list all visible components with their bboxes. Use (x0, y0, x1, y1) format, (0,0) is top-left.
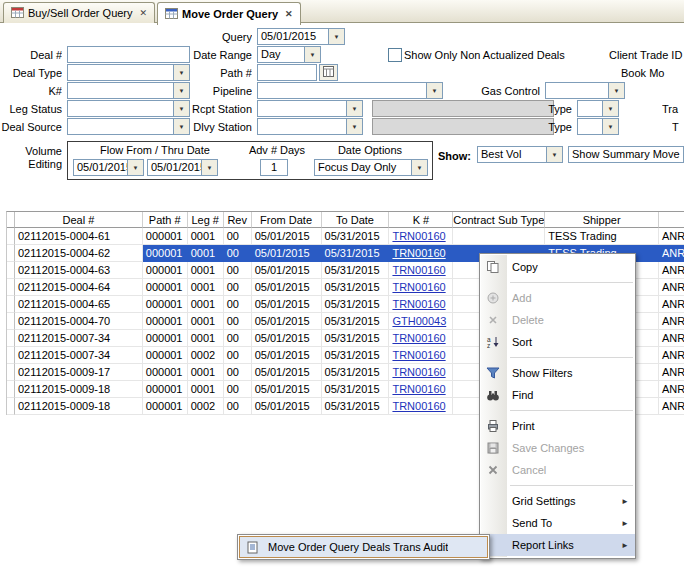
show-select[interactable]: Best Vol ▼ (477, 146, 563, 163)
cell-deal: 02112015-0007-34 (15, 330, 143, 347)
show-summary-move-button[interactable]: Show Summary Move (568, 146, 684, 163)
rcpt-station-select[interactable]: ▼ (257, 100, 363, 117)
menu-item-grid-settings[interactable]: Grid Settings ► (480, 490, 635, 512)
column-header-rev[interactable]: Rev (224, 212, 252, 228)
menu-item-show-filters[interactable]: Show Filters (480, 362, 635, 384)
submenu-item-trans-audit[interactable]: Move Order Query Deals Trans Audit (239, 536, 488, 558)
k-number-link[interactable]: TRN00160 (389, 262, 453, 279)
tab-label: Buy/Sell Order Query (28, 7, 133, 19)
book-month-label: Book Mo (621, 66, 684, 80)
menu-separator (510, 410, 633, 411)
menu-item-save-changes: Save Changes (480, 437, 635, 459)
k-number-link[interactable]: TRN00160 (389, 228, 453, 245)
row-selector-gutter (7, 212, 15, 228)
adv-days-input[interactable]: 1 (260, 159, 288, 176)
tab-label: Move Order Query (182, 8, 278, 20)
k-number-link[interactable]: TRN00160 (389, 330, 453, 347)
cell-rev: 00 (224, 245, 252, 262)
tab-buy-sell-order-query[interactable]: Buy/Sell Order Query ✕ (3, 2, 155, 23)
dlvy-type-select[interactable]: ▼ (577, 118, 619, 135)
svg-text:z: z (487, 342, 490, 349)
cell-leg: 0001 (188, 381, 224, 398)
column-header-clipped[interactable] (659, 212, 684, 228)
menu-item-sort[interactable]: az Sort (480, 331, 635, 353)
cell-shipper: TESS Trading (545, 228, 659, 245)
row-selector-gutter (7, 398, 15, 415)
column-header-shipper[interactable]: Shipper (545, 212, 659, 228)
k-number-link[interactable]: TRN00160 (389, 296, 453, 313)
cell-deal: 02112015-0004-63 (15, 262, 143, 279)
t-label: T (672, 120, 684, 134)
k-number-link[interactable]: TRN00160 (389, 245, 453, 262)
chevron-down-icon: ▼ (608, 83, 624, 98)
rcpt-station-name-field (372, 100, 554, 117)
move-order-query-window: Buy/Sell Order Query ✕ Move Order Query … (0, 0, 684, 567)
cell-clipped: ANR (659, 313, 684, 330)
row-selector-gutter (7, 245, 15, 262)
column-header-to-date[interactable]: To Date (322, 212, 390, 228)
cell-path: 000001 (143, 296, 188, 313)
dlvy-station-name-field (372, 118, 554, 135)
column-header-deal[interactable]: Deal # (15, 212, 143, 228)
close-icon[interactable]: ✕ (140, 8, 148, 18)
cell-path: 000001 (143, 347, 188, 364)
k-number-link[interactable]: GTH00043 (389, 313, 453, 330)
k-number-link[interactable]: TRN00160 (389, 347, 453, 364)
cell-from-date: 05/01/2015 (252, 262, 322, 279)
cell-clipped: ANR (659, 330, 684, 347)
cell-rev: 00 (224, 228, 252, 245)
deal-source-label: Deal Source (0, 120, 62, 134)
non-actualized-checkbox[interactable] (388, 48, 402, 62)
cell-to-date: 05/31/2015 (322, 228, 390, 245)
sort-az-icon: az (480, 335, 506, 349)
cell-to-date: 05/31/2015 (322, 347, 390, 364)
flow-thru-date-select[interactable]: 05/01/2015 ▼ (147, 159, 218, 176)
report-links-submenu: Move Order Query Deals Trans Audit (237, 534, 490, 560)
menu-item-find[interactable]: Find (480, 384, 635, 406)
add-icon (480, 291, 506, 305)
menu-item-print[interactable]: Print (480, 415, 635, 437)
volume-editing-box: Flow From / Thru Date Adv # Days Date Op… (67, 141, 433, 180)
cell-rev: 00 (224, 262, 252, 279)
query-label: Query (150, 30, 252, 44)
column-header-contract-sub-type[interactable]: Contract Sub Type (453, 212, 545, 228)
date-range-select[interactable]: Day ▼ (257, 46, 321, 63)
cell-leg: 0001 (188, 296, 224, 313)
pipeline-select[interactable]: ▼ (257, 82, 443, 99)
menu-separator (510, 485, 633, 486)
path-number-input[interactable] (257, 64, 317, 81)
table-row[interactable]: 02112015-0004-61 000001 0001 00 05/01/20… (7, 228, 684, 245)
menu-item-copy[interactable]: Copy (480, 256, 635, 278)
column-header-path[interactable]: Path # (143, 212, 188, 228)
filter-icon (480, 366, 506, 380)
path-lookup-button[interactable] (319, 64, 338, 81)
column-header-k[interactable]: K # (389, 212, 453, 228)
cell-path: 000001 (143, 381, 188, 398)
k-number-link[interactable]: TRN00160 (389, 381, 453, 398)
close-icon[interactable]: ✕ (285, 9, 293, 19)
tab-move-order-query[interactable]: Move Order Query ✕ (157, 2, 301, 25)
column-header-from-date[interactable]: From Date (252, 212, 322, 228)
k-number-link[interactable]: TRN00160 (389, 398, 453, 415)
cell-path: 000001 (143, 364, 188, 381)
rcpt-type-select[interactable]: ▼ (577, 100, 619, 117)
k-number-link[interactable]: TRN00160 (389, 279, 453, 296)
cell-path: 000001 (143, 330, 188, 347)
cell-to-date: 05/31/2015 (322, 398, 390, 415)
dlvy-station-select[interactable]: ▼ (257, 118, 363, 135)
query-date-select[interactable]: 05/01/2015 ▼ (257, 28, 345, 45)
cell-clipped: ANR (659, 398, 684, 415)
menu-item-delete: Delete (480, 309, 635, 331)
cell-rev: 00 (224, 330, 252, 347)
gas-control-select[interactable]: ▼ (545, 82, 625, 99)
cell-from-date: 05/01/2015 (252, 313, 322, 330)
cell-path: 000001 (143, 262, 188, 279)
date-options-select[interactable]: Focus Day Only ▼ (314, 159, 428, 176)
menu-item-send-to[interactable]: Send To ► (480, 512, 635, 534)
cell-from-date: 05/01/2015 (252, 398, 322, 415)
flow-from-date-select[interactable]: 05/01/2015 ▼ (73, 159, 144, 176)
column-header-leg[interactable]: Leg # (188, 212, 224, 228)
menu-item-report-links[interactable]: Report Links ► (480, 534, 635, 556)
k-number-link[interactable]: TRN00160 (389, 364, 453, 381)
row-selector-gutter (7, 381, 15, 398)
